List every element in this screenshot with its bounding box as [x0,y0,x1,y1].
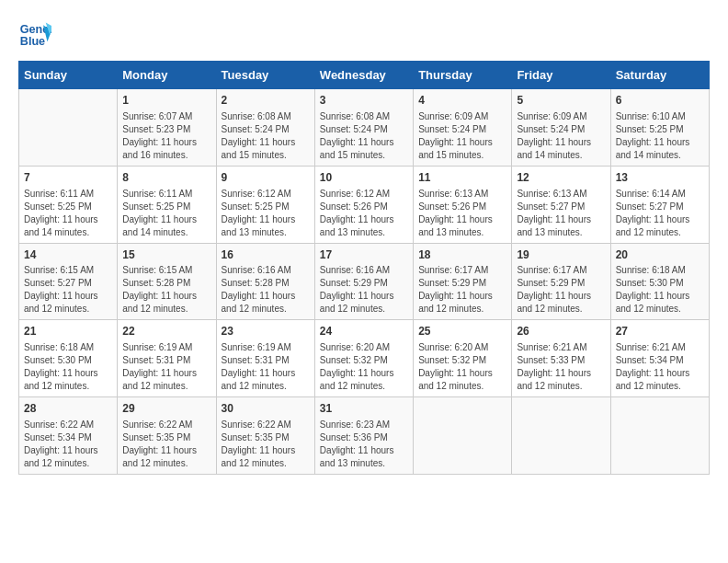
day-number: 15 [122,247,210,263]
calendar-cell: 9Sunrise: 6:12 AM Sunset: 5:25 PM Daylig… [216,166,314,243]
day-number: 18 [418,247,506,263]
day-number: 8 [122,170,210,186]
day-number: 4 [418,93,506,109]
calendar-cell: 11Sunrise: 6:13 AM Sunset: 5:26 PM Dayli… [414,166,512,243]
day-number: 29 [122,401,210,417]
logo-icon: General Blue [18,18,51,52]
day-info: Sunrise: 6:08 AM Sunset: 5:24 PM Dayligh… [222,110,310,162]
day-number: 13 [616,170,704,186]
calendar-header-row: SundayMondayTuesdayWednesdayThursdayFrid… [19,62,710,89]
day-number: 26 [517,324,605,339]
column-header-thursday: Thursday [414,62,512,89]
day-number: 28 [24,401,112,417]
calendar-cell: 10Sunrise: 6:12 AM Sunset: 5:26 PM Dayli… [314,166,413,243]
column-header-monday: Monday [118,62,216,89]
day-info: Sunrise: 6:16 AM Sunset: 5:28 PM Dayligh… [222,264,310,316]
day-number: 2 [222,93,310,109]
calendar-cell [19,89,118,167]
calendar-cell [414,397,512,475]
svg-text:Blue: Blue [20,35,45,48]
day-info: Sunrise: 6:15 AM Sunset: 5:28 PM Dayligh… [122,264,210,316]
day-number: 1 [122,93,210,109]
day-number: 31 [320,401,408,417]
calendar-cell: 18Sunrise: 6:17 AM Sunset: 5:29 PM Dayli… [414,243,512,320]
day-number: 5 [517,93,605,109]
day-info: Sunrise: 6:22 AM Sunset: 5:34 PM Dayligh… [24,419,112,470]
column-header-friday: Friday [512,62,610,89]
calendar-cell [512,397,610,475]
day-info: Sunrise: 6:13 AM Sunset: 5:27 PM Dayligh… [517,188,605,239]
calendar-cell: 4Sunrise: 6:09 AM Sunset: 5:24 PM Daylig… [414,89,512,167]
day-info: Sunrise: 6:22 AM Sunset: 5:35 PM Dayligh… [122,419,210,470]
calendar-cell: 8Sunrise: 6:11 AM Sunset: 5:25 PM Daylig… [118,166,216,243]
calendar-cell: 23Sunrise: 6:19 AM Sunset: 5:31 PM Dayli… [216,320,314,397]
day-number: 3 [320,93,408,109]
page-header: General Blue [18,18,710,52]
day-number: 14 [24,247,112,263]
calendar-cell: 26Sunrise: 6:21 AM Sunset: 5:33 PM Dayli… [512,320,610,397]
day-number: 6 [616,93,704,109]
day-info: Sunrise: 6:09 AM Sunset: 5:24 PM Dayligh… [517,110,605,162]
day-info: Sunrise: 6:12 AM Sunset: 5:25 PM Dayligh… [222,188,310,239]
calendar-cell: 28Sunrise: 6:22 AM Sunset: 5:34 PM Dayli… [19,397,118,475]
day-info: Sunrise: 6:09 AM Sunset: 5:24 PM Dayligh… [418,110,506,162]
day-info: Sunrise: 6:20 AM Sunset: 5:32 PM Dayligh… [418,341,506,393]
calendar-week-row: 28Sunrise: 6:22 AM Sunset: 5:34 PM Dayli… [19,397,710,475]
day-info: Sunrise: 6:18 AM Sunset: 5:30 PM Dayligh… [24,341,112,393]
day-number: 27 [616,324,704,339]
calendar-table: SundayMondayTuesdayWednesdayThursdayFrid… [18,61,710,475]
calendar-week-row: 7Sunrise: 6:11 AM Sunset: 5:25 PM Daylig… [19,166,710,243]
calendar-cell: 25Sunrise: 6:20 AM Sunset: 5:32 PM Dayli… [414,320,512,397]
day-info: Sunrise: 6:23 AM Sunset: 5:36 PM Dayligh… [320,419,408,470]
calendar-cell: 30Sunrise: 6:22 AM Sunset: 5:35 PM Dayli… [216,397,314,475]
day-info: Sunrise: 6:21 AM Sunset: 5:33 PM Dayligh… [517,341,605,393]
calendar-cell [610,397,709,475]
day-info: Sunrise: 6:17 AM Sunset: 5:29 PM Dayligh… [418,264,506,316]
calendar-cell: 15Sunrise: 6:15 AM Sunset: 5:28 PM Dayli… [118,243,216,320]
column-header-wednesday: Wednesday [314,62,413,89]
calendar-cell: 6Sunrise: 6:10 AM Sunset: 5:25 PM Daylig… [610,89,709,167]
calendar-cell: 19Sunrise: 6:17 AM Sunset: 5:29 PM Dayli… [512,243,610,320]
calendar-cell: 12Sunrise: 6:13 AM Sunset: 5:27 PM Dayli… [512,166,610,243]
calendar-cell: 2Sunrise: 6:08 AM Sunset: 5:24 PM Daylig… [216,89,314,167]
day-info: Sunrise: 6:08 AM Sunset: 5:24 PM Dayligh… [320,110,408,162]
column-header-saturday: Saturday [610,62,709,89]
column-header-tuesday: Tuesday [216,62,314,89]
logo: General Blue [18,18,55,52]
day-number: 23 [222,324,310,339]
calendar-body: 1Sunrise: 6:07 AM Sunset: 5:23 PM Daylig… [19,89,710,475]
calendar-cell: 31Sunrise: 6:23 AM Sunset: 5:36 PM Dayli… [314,397,413,475]
day-info: Sunrise: 6:17 AM Sunset: 5:29 PM Dayligh… [517,264,605,316]
day-number: 10 [320,170,408,186]
calendar-cell: 21Sunrise: 6:18 AM Sunset: 5:30 PM Dayli… [19,320,118,397]
day-info: Sunrise: 6:20 AM Sunset: 5:32 PM Dayligh… [320,341,408,393]
day-number: 25 [418,324,506,339]
calendar-cell: 24Sunrise: 6:20 AM Sunset: 5:32 PM Dayli… [314,320,413,397]
calendar-cell: 17Sunrise: 6:16 AM Sunset: 5:29 PM Dayli… [314,243,413,320]
day-number: 19 [517,247,605,263]
calendar-cell: 13Sunrise: 6:14 AM Sunset: 5:27 PM Dayli… [610,166,709,243]
day-number: 7 [24,170,112,186]
day-info: Sunrise: 6:12 AM Sunset: 5:26 PM Dayligh… [320,188,408,239]
day-info: Sunrise: 6:16 AM Sunset: 5:29 PM Dayligh… [320,264,408,316]
day-info: Sunrise: 6:21 AM Sunset: 5:34 PM Dayligh… [616,341,704,393]
calendar-cell: 20Sunrise: 6:18 AM Sunset: 5:30 PM Dayli… [610,243,709,320]
day-info: Sunrise: 6:11 AM Sunset: 5:25 PM Dayligh… [24,188,112,239]
day-number: 9 [222,170,310,186]
day-info: Sunrise: 6:14 AM Sunset: 5:27 PM Dayligh… [616,188,704,239]
day-info: Sunrise: 6:19 AM Sunset: 5:31 PM Dayligh… [222,341,310,393]
day-info: Sunrise: 6:18 AM Sunset: 5:30 PM Dayligh… [616,264,704,316]
calendar-cell: 14Sunrise: 6:15 AM Sunset: 5:27 PM Dayli… [19,243,118,320]
calendar-cell: 16Sunrise: 6:16 AM Sunset: 5:28 PM Dayli… [216,243,314,320]
calendar-cell: 7Sunrise: 6:11 AM Sunset: 5:25 PM Daylig… [19,166,118,243]
day-number: 16 [222,247,310,263]
day-number: 11 [418,170,506,186]
calendar-week-row: 21Sunrise: 6:18 AM Sunset: 5:30 PM Dayli… [19,320,710,397]
calendar-week-row: 14Sunrise: 6:15 AM Sunset: 5:27 PM Dayli… [19,243,710,320]
calendar-cell: 27Sunrise: 6:21 AM Sunset: 5:34 PM Dayli… [610,320,709,397]
day-number: 22 [122,324,210,339]
day-number: 24 [320,324,408,339]
day-number: 12 [517,170,605,186]
calendar-week-row: 1Sunrise: 6:07 AM Sunset: 5:23 PM Daylig… [19,89,710,167]
day-number: 30 [222,401,310,417]
